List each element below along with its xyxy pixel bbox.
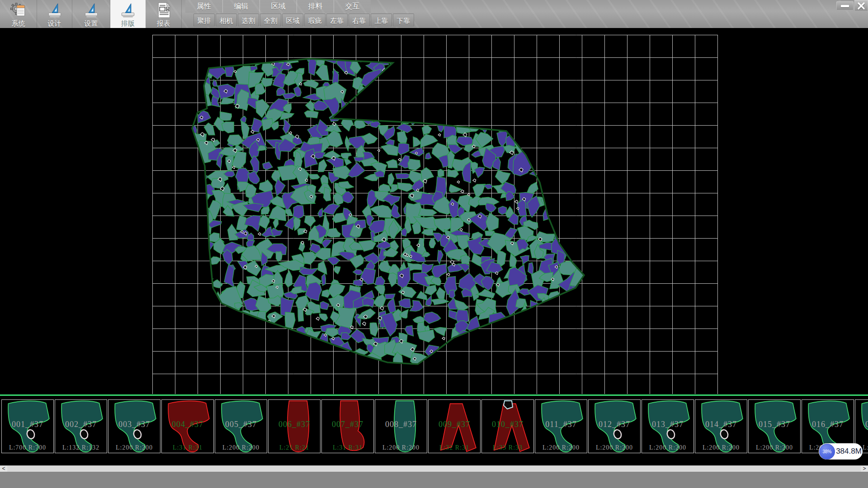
- tool-button-选割[interactable]: 选割: [238, 14, 259, 27]
- piece-id-label: 016_#37: [802, 420, 854, 429]
- piece-thumbnail-003_#37[interactable]: 003_#37L:200 R:200: [108, 399, 160, 453]
- menu-item-区域[interactable]: 区域: [259, 0, 297, 13]
- piece-id-label: 008_#37: [375, 420, 427, 429]
- piece-id-label: 011_#37: [535, 420, 587, 429]
- minimize-button[interactable]: [836, 1, 854, 10]
- nav-tab-label: 报表: [157, 19, 170, 28]
- nesting-workspace[interactable]: [0, 28, 868, 394]
- pieces-panel: 001_#37L:700 R:700002_#37L:132 R:132003_…: [0, 394, 868, 465]
- tool-button-下靠[interactable]: 下靠: [393, 14, 414, 27]
- piece-thumbnail-007_#37[interactable]: 007_#37L:31 R:31: [321, 399, 374, 453]
- piece-size-label: L:33 R:33: [482, 444, 533, 451]
- piece-size-label: L:200 R:200: [695, 444, 747, 451]
- nav-tab-label: 系统: [12, 19, 25, 28]
- tool-button-瑕疵[interactable]: 瑕疵: [304, 14, 326, 27]
- close-button[interactable]: [854, 0, 868, 11]
- nav-tab-报表[interactable]: 报表: [146, 0, 182, 28]
- piece-size-label: L:200 R:200: [749, 444, 800, 451]
- piece-size-label: L:200 R:200: [215, 444, 267, 451]
- scroll-left-arrow-icon[interactable]: <: [0, 466, 7, 472]
- piece-thumbnail-005_#37[interactable]: 005_#37L:200 R:200: [215, 399, 267, 453]
- piece-size-label: L:200 R:200: [589, 444, 640, 451]
- application-window: 系统设计设置排版报表 属性编辑区域排料交互 聚排相机选割全割区域瑕疵左靠右靠上靠…: [0, 0, 868, 488]
- piece-id-label: 002_#37: [55, 420, 107, 429]
- piece-size-label: L:700 R:700: [2, 444, 53, 451]
- piece-size-label: L:31 R:31: [162, 444, 213, 451]
- piece-id-label: 003_#37: [108, 420, 160, 429]
- menu-item-交互[interactable]: 交互: [334, 0, 371, 13]
- piece-id-label: 007_#37: [322, 420, 373, 429]
- piece-id-label: 001_#37: [2, 420, 53, 429]
- menu-item-编辑[interactable]: 编辑: [222, 0, 259, 13]
- tool-button-右靠[interactable]: 右靠: [349, 14, 370, 27]
- tool-button-row: 聚排相机选割全割区域瑕疵左靠右靠上靠下靠: [193, 14, 414, 27]
- nav-tab-排版[interactable]: 排版: [110, 0, 146, 28]
- menu-item-属性[interactable]: 属性: [185, 0, 222, 13]
- nav-tab-设计[interactable]: 设计: [37, 0, 72, 28]
- nav-tab-label: 设计: [48, 19, 61, 28]
- nav-tab-系统[interactable]: 系统: [0, 0, 37, 28]
- piece-size-label: L:200 R:200: [108, 444, 160, 451]
- piece-size-label: L:32 R:31: [429, 444, 480, 451]
- top-toolbar: 系统设计设置排版报表 属性编辑区域排料交互 聚排相机选割全割区域瑕疵左靠右靠上靠…: [0, 0, 868, 28]
- piece-id-label: 012_#37: [589, 420, 640, 429]
- tool-button-区域[interactable]: 区域: [282, 14, 303, 27]
- piece-thumbnail-009_#37[interactable]: 009_#37L:32 R:31: [428, 399, 481, 453]
- piece-id-label: 006_#37: [269, 420, 320, 429]
- panel-separator-line: [0, 394, 868, 396]
- piece-size-label: L:200 R:200: [375, 444, 427, 451]
- piece-id-label: 004_#37: [162, 420, 213, 429]
- piece-size-label: L:200 R:200: [642, 444, 693, 451]
- triangle-ruler-icon: [46, 1, 64, 19]
- triangle-ruler-icon: [82, 1, 100, 19]
- triangle-ruler-icon: [119, 1, 137, 19]
- tool-button-左靠[interactable]: 左靠: [326, 14, 348, 27]
- piece-id-label: 009_#37: [429, 420, 480, 429]
- piece-thumbnail-001_#37[interactable]: 001_#37L:700 R:700: [1, 399, 54, 453]
- status-bar: [0, 472, 868, 488]
- piece-id-label: 005_#37: [215, 420, 267, 429]
- piece-thumbnail-strip: 001_#37L:700 R:700002_#37L:132 R:132003_…: [1, 399, 868, 453]
- piece-thumbnail-010_#37[interactable]: 010_#37L:33 R:33: [481, 399, 534, 453]
- memory-amount-label: 384.8M: [835, 447, 863, 456]
- horizontal-scrollbar[interactable]: < >: [0, 465, 868, 472]
- piece-size-label: L:31 R:31: [322, 444, 373, 451]
- tool-button-全割[interactable]: 全割: [260, 14, 281, 27]
- piece-id-label: 013_#37: [642, 420, 693, 429]
- piece-thumbnail-011_#37[interactable]: 011_#37L:200 R:200: [535, 399, 587, 453]
- nav-tab-label: 排版: [121, 19, 135, 28]
- piece-size-label: L:132 R:132: [55, 444, 107, 451]
- piece-thumbnail-014_#37[interactable]: 014_#37L:200 R:200: [695, 399, 747, 453]
- tool-button-聚排[interactable]: 聚排: [193, 14, 215, 27]
- memory-percent-label: 38%: [822, 449, 831, 454]
- piece-thumbnail-013_#37[interactable]: 013_#37L:200 R:200: [642, 399, 694, 453]
- report-document-icon: [155, 1, 173, 19]
- piece-size-label: L:21 R:21: [269, 444, 320, 451]
- piece-id-label: 015_#37: [749, 420, 800, 429]
- scroll-right-arrow-icon[interactable]: >: [861, 466, 868, 472]
- menu-item-排料[interactable]: 排料: [297, 0, 334, 13]
- minimize-icon: [841, 5, 849, 7]
- nesting-canvas[interactable]: [0, 28, 868, 394]
- piece-thumbnail-015_#37[interactable]: 015_#37L:200 R:200: [748, 399, 801, 453]
- piece-thumbnail-006_#37[interactable]: 006_#37L:21 R:21: [268, 399, 321, 453]
- piece-id-label: 014_#37: [695, 420, 747, 429]
- piece-thumbnail-004_#37[interactable]: 004_#37L:31 R:31: [161, 399, 214, 453]
- memory-usage-badge: 38% 384.8M: [819, 443, 863, 460]
- piece-id-label: 017_#37: [855, 420, 868, 429]
- memory-percent-indicator: 38%: [819, 444, 835, 460]
- nav-tab-设置[interactable]: 设置: [72, 0, 110, 28]
- close-icon: [858, 2, 865, 9]
- piece-thumbnail-008_#37[interactable]: 008_#37L:200 R:200: [375, 399, 427, 453]
- menu-bar: 属性编辑区域排料交互: [185, 0, 371, 13]
- piece-thumbnail-002_#37[interactable]: 002_#37L:132 R:132: [55, 399, 107, 453]
- piece-id-label: 010_#37: [482, 420, 533, 429]
- piece-thumbnail-012_#37[interactable]: 012_#37L:200 R:200: [588, 399, 641, 453]
- system-gear-icon: [9, 1, 28, 19]
- tool-button-相机[interactable]: 相机: [216, 14, 237, 27]
- nav-tab-label: 设置: [85, 19, 98, 28]
- tool-button-上靠[interactable]: 上靠: [371, 14, 392, 27]
- piece-size-label: L:200 R:200: [535, 444, 587, 451]
